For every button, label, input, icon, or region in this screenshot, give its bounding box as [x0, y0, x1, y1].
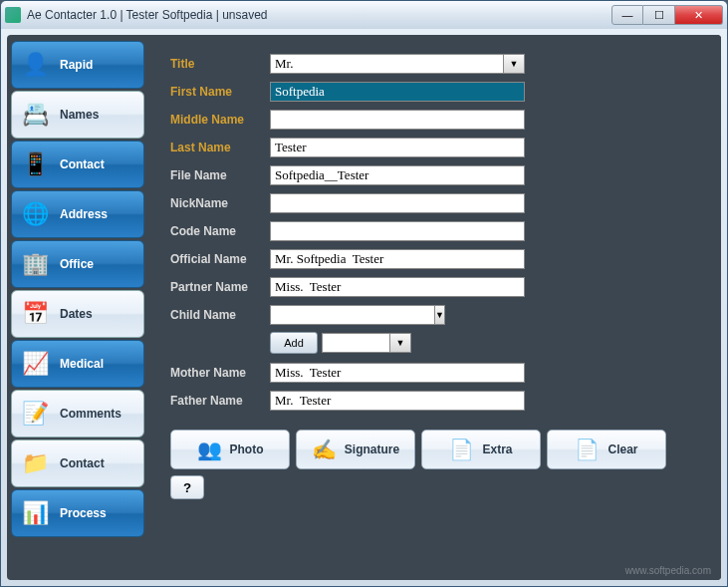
nickname-field[interactable] — [270, 193, 525, 213]
help-button[interactable]: ? — [170, 475, 204, 499]
row-addchild: Add ▼ — [170, 332, 709, 354]
signature-button[interactable]: ✍️ Signature — [296, 430, 415, 469]
sidebar-item-medical[interactable]: 📈 Medical — [11, 340, 144, 388]
folder-icon: 📁 — [18, 446, 52, 480]
chart-icon: 📈 — [18, 347, 52, 381]
window-title: Ae Contacter 1.0 | Tester Softpedia | un… — [27, 8, 268, 22]
minimize-button[interactable]: — — [611, 5, 643, 25]
sidebar-item-office[interactable]: 🏢 Office — [11, 240, 144, 288]
sidebar: 👤 Rapid 📇 Names 📱 Contact 🌐 Address 🏢 Of… — [7, 35, 148, 580]
card-icon: 📇 — [18, 98, 52, 132]
chevron-down-icon[interactable]: ▼ — [434, 305, 445, 325]
sidebar-item-label: Names — [60, 108, 99, 122]
row-middlename: Middle Name — [170, 109, 709, 131]
sidebar-item-label: Rapid — [60, 58, 93, 72]
add-button[interactable]: Add — [270, 332, 318, 354]
middlename-field[interactable] — [270, 110, 525, 130]
calendar-icon: 📅 — [18, 297, 52, 331]
row-lastname: Last Name — [170, 137, 709, 158]
form-panel: Title ▼ First Name Middle Name Last Name… — [148, 35, 721, 580]
sidebar-item-names[interactable]: 📇 Names — [11, 91, 144, 139]
codename-field[interactable] — [270, 221, 525, 241]
signature-label: Signature — [345, 442, 399, 456]
firstname-field[interactable] — [270, 82, 525, 102]
sidebar-item-label: Comments — [60, 407, 121, 421]
sidebar-item-label: Office — [60, 257, 94, 271]
row-nickname: NickName — [170, 192, 709, 214]
row-codename: Code Name — [170, 220, 709, 242]
label-middlename: Middle Name — [170, 113, 270, 127]
close-button[interactable]: ✕ — [675, 5, 723, 25]
label-mothername: Mother Name — [170, 366, 270, 380]
photo-label: Photo — [230, 442, 264, 456]
sidebar-item-address[interactable]: 🌐 Address — [11, 190, 144, 238]
chevron-down-icon[interactable]: ▼ — [503, 54, 525, 74]
sidebar-item-comments[interactable]: 📝 Comments — [11, 390, 144, 438]
label-codename: Code Name — [170, 224, 270, 238]
pen-icon: ✍️ — [312, 438, 337, 461]
person-icon: 👤 — [18, 48, 52, 82]
row-title: Title ▼ — [170, 53, 709, 75]
help-row: ? — [170, 475, 709, 499]
globe-icon: 🌐 — [18, 197, 52, 231]
action-bar: 👥 Photo ✍️ Signature 📄 Extra 📄 Clear — [170, 430, 709, 469]
label-lastname: Last Name — [170, 141, 270, 154]
fathername-field[interactable] — [270, 391, 525, 411]
partnername-field[interactable] — [270, 277, 525, 297]
officialname-field[interactable] — [270, 249, 525, 269]
childname-field[interactable] — [270, 305, 434, 325]
row-firstname: First Name — [170, 81, 709, 103]
label-childname: Child Name — [170, 308, 270, 322]
chevron-down-icon[interactable]: ▼ — [389, 333, 411, 353]
row-partnername: Partner Name — [170, 276, 709, 298]
titlebar[interactable]: Ae Contacter 1.0 | Tester Softpedia | un… — [1, 1, 727, 29]
title-select[interactable]: ▼ — [270, 54, 525, 74]
watermark: www.softpedia.com — [625, 565, 711, 576]
sidebar-item-label: Process — [60, 506, 107, 520]
sidebar-item-label: Contact — [60, 456, 105, 470]
extra-button[interactable]: 📄 Extra — [421, 430, 541, 469]
note-icon: 📝 — [18, 397, 52, 431]
new-page-icon: 📄 — [575, 438, 600, 461]
people-icon: 👥 — [197, 438, 222, 461]
clear-label: Clear — [607, 442, 637, 456]
row-mothername: Mother Name — [170, 362, 709, 384]
label-officialname: Official Name — [170, 252, 270, 266]
label-partnername: Partner Name — [170, 280, 270, 294]
building-icon: 🏢 — [18, 247, 52, 281]
title-field[interactable] — [270, 54, 503, 74]
sidebar-item-label: Dates — [60, 307, 93, 321]
label-nickname: NickName — [170, 196, 270, 210]
sidebar-item-dates[interactable]: 📅 Dates — [11, 290, 144, 338]
page-icon: 📄 — [449, 438, 474, 461]
label-firstname: First Name — [170, 85, 270, 99]
sidebar-item-rapid[interactable]: 👤 Rapid — [11, 41, 144, 89]
childname-select[interactable]: ▼ — [270, 305, 399, 325]
row-fathername: Father Name — [170, 390, 709, 412]
sidebar-item-label: Address — [60, 207, 108, 221]
lastname-field[interactable] — [270, 138, 525, 157]
sidebar-item-process[interactable]: 📊 Process — [11, 489, 144, 537]
app-body: 👤 Rapid 📇 Names 📱 Contact 🌐 Address 🏢 Of… — [7, 35, 721, 580]
label-title: Title — [170, 57, 270, 71]
mothername-field[interactable] — [270, 363, 525, 383]
row-filename: File Name — [170, 164, 709, 186]
sidebar-item-contact2[interactable]: 📁 Contact — [11, 440, 144, 487]
label-filename: File Name — [170, 168, 270, 182]
clear-button[interactable]: 📄 Clear — [547, 430, 666, 469]
filename-field[interactable] — [270, 165, 525, 185]
row-childname: Child Name ▼ — [170, 304, 709, 326]
label-fathername: Father Name — [170, 394, 270, 408]
monitor-icon: 📊 — [18, 496, 52, 530]
maximize-button[interactable]: ☐ — [643, 5, 675, 25]
app-icon — [5, 7, 21, 23]
add-type-field[interactable] — [322, 333, 389, 353]
window-controls: — ☐ ✕ — [611, 5, 723, 25]
sidebar-item-contact[interactable]: 📱 Contact — [11, 141, 144, 188]
sidebar-item-label: Contact — [60, 157, 105, 171]
phone-icon: 📱 — [18, 147, 52, 181]
photo-button[interactable]: 👥 Photo — [170, 430, 290, 469]
extra-label: Extra — [482, 442, 512, 456]
add-type-select[interactable]: ▼ — [322, 333, 411, 353]
sidebar-item-label: Medical — [60, 357, 104, 371]
